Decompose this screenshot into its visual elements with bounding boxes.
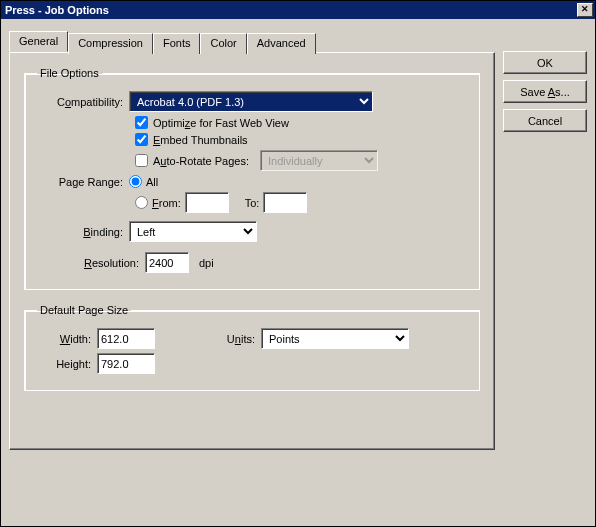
main-column: General Compression Fonts Color Advanced… [9,31,495,450]
window-title: Press - Job Options [5,4,109,16]
binding-select[interactable]: Left [129,221,257,242]
to-label: To: [245,197,260,209]
legend-file-options: File Options [37,67,102,79]
dialog-window: Press - Job Options ✕ General Compressio… [0,0,596,527]
page-range-all-radio[interactable] [129,175,142,188]
save-as-button[interactable]: Save As... [503,80,587,103]
from-label: From: [152,197,181,209]
fieldset-file-options: File Options Compatibility: Acrobat 4.0 … [24,67,480,290]
page-range-label: Page Range: [37,176,129,188]
units-select[interactable]: Points [261,328,409,349]
cancel-button[interactable]: Cancel [503,109,587,132]
legend-default-page-size: Default Page Size [37,304,131,316]
titlebar: Press - Job Options ✕ [1,1,595,19]
binding-label: Binding: [37,226,129,238]
resolution-label: Resolution: [37,257,145,269]
embed-thumbnails-label: Embed Thumbnails [153,134,248,146]
compatibility-select[interactable]: Acrobat 4.0 (PDF 1.3) [129,91,373,112]
tab-fonts[interactable]: Fonts [153,33,201,54]
content-area: General Compression Fonts Color Advanced… [1,19,595,458]
page-range-from-radio[interactable] [135,196,148,209]
resolution-unit: dpi [199,257,214,269]
autorotate-checkbox[interactable] [135,154,148,167]
embed-thumbnails-checkbox[interactable] [135,133,148,146]
ok-button[interactable]: OK [503,51,587,74]
tab-color[interactable]: Color [200,33,246,54]
tab-compression[interactable]: Compression [68,33,153,54]
units-label: Units: [185,333,255,345]
close-button[interactable]: ✕ [577,3,593,17]
fieldset-default-page-size: Default Page Size Width: Units: Points [24,304,480,391]
from-input[interactable] [185,192,229,213]
optimize-label: Optimize for Fast Web View [153,117,289,129]
optimize-checkbox[interactable] [135,116,148,129]
page-range-all-label: All [146,176,158,188]
width-input[interactable] [97,328,155,349]
tab-panel-general: File Options Compatibility: Acrobat 4.0 … [9,52,495,450]
resolution-input[interactable] [145,252,189,273]
button-column: OK Save As... Cancel [503,31,587,450]
to-input[interactable] [263,192,307,213]
tab-strip: General Compression Fonts Color Advanced [9,31,495,52]
tab-general[interactable]: General [9,31,68,52]
compatibility-label: Compatibility: [37,96,129,108]
autorotate-select[interactable]: Individually [260,150,378,171]
tab-advanced[interactable]: Advanced [247,33,316,54]
width-label: Width: [37,333,97,345]
height-input[interactable] [97,353,155,374]
height-label: Height: [37,358,97,370]
autorotate-label: Auto-Rotate Pages: [153,155,249,167]
